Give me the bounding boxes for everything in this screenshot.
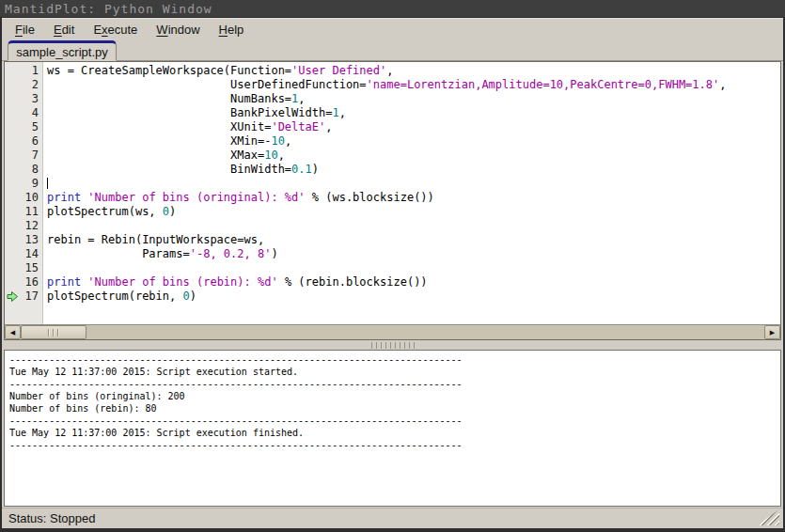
- output-panel[interactable]: ----------------------------------------…: [4, 350, 781, 507]
- menu-file[interactable]: File: [13, 21, 37, 39]
- code-line[interactable]: [47, 177, 780, 191]
- line-number: 2: [5, 78, 39, 92]
- code-line[interactable]: print 'Number of bins (rebin): %d' % (re…: [47, 275, 780, 289]
- code-line[interactable]: [47, 261, 780, 275]
- output-line: Tue May 12 11:37:00 2015: Script executi…: [9, 366, 780, 378]
- panel-splitter[interactable]: [2, 340, 783, 350]
- resize-grip-icon[interactable]: [757, 509, 779, 525]
- tab-label: sample_script.py: [16, 45, 108, 59]
- scrollbar-thumb[interactable]: [21, 325, 86, 339]
- code-line[interactable]: UserDefinedFunction='name=Lorentzian,Amp…: [47, 78, 780, 92]
- line-number: 15: [5, 261, 39, 275]
- window-title: MantidPlot: Python Window: [5, 2, 212, 16]
- output-line: ----------------------------------------…: [9, 415, 780, 427]
- splitter-grip-icon: [371, 342, 415, 349]
- script-editor: 1234567891011121314151617 ws = CreateSam…: [4, 61, 781, 340]
- line-number: 13: [5, 233, 39, 247]
- editor-gutter: 1234567891011121314151617: [5, 62, 43, 324]
- code-line[interactable]: XUnit='DeltaE',: [47, 120, 780, 134]
- menu-help[interactable]: Help: [217, 21, 246, 39]
- code-line[interactable]: rebin = Rebin(InputWorkspace=ws,: [47, 233, 780, 247]
- code-line[interactable]: XMin=-10,: [47, 134, 780, 149]
- window-body: FileEditExecuteWindowHelp sample_script.…: [2, 18, 783, 528]
- line-number: 4: [5, 106, 39, 120]
- status-bar: Status: Stopped: [2, 508, 783, 528]
- menu-bar: FileEditExecuteWindowHelp: [2, 18, 783, 40]
- line-number: 9: [5, 177, 39, 191]
- line-number: 11: [5, 205, 39, 219]
- code-line[interactable]: NumBanks=1,: [47, 92, 780, 106]
- code-line[interactable]: plotSpectrum(ws, 0): [47, 205, 780, 219]
- scroll-left-icon: ◀: [10, 329, 15, 336]
- line-number: 6: [5, 134, 39, 149]
- output-line: ----------------------------------------…: [9, 378, 780, 390]
- line-number: 8: [5, 163, 39, 177]
- line-number: 1: [5, 64, 39, 78]
- line-number: 3: [5, 92, 39, 106]
- output-line: ----------------------------------------…: [9, 353, 780, 366]
- line-number: 16: [5, 275, 39, 289]
- python-window: MantidPlot: Python Window FileEditExecut…: [0, 0, 785, 532]
- scroll-right-button[interactable]: ▶: [764, 325, 780, 339]
- code-line[interactable]: plotSpectrum(rebin, 0): [47, 289, 780, 304]
- window-titlebar[interactable]: MantidPlot: Python Window: [0, 0, 785, 18]
- output-line: Number of bins (rebin): 80: [9, 402, 780, 415]
- menu-window[interactable]: Window: [154, 21, 201, 39]
- output-log: ----------------------------------------…: [5, 351, 780, 451]
- output-line: ----------------------------------------…: [9, 439, 780, 451]
- tab-sample-script[interactable]: sample_script.py: [8, 40, 117, 61]
- scroll-right-icon: ▶: [770, 329, 775, 336]
- output-line: Number of bins (oringinal): 200: [9, 390, 780, 402]
- code-line[interactable]: Params='-8, 0.2, 8'): [47, 247, 780, 261]
- code-line[interactable]: XMax=10,: [47, 149, 780, 163]
- tab-bar: sample_script.py: [2, 40, 783, 61]
- code-lines[interactable]: ws = CreateSampleWorkspace(Function='Use…: [44, 62, 780, 324]
- horizontal-scrollbar[interactable]: ◀ ▶: [5, 324, 780, 339]
- execution-pointer-icon: [7, 290, 19, 303]
- code-line[interactable]: BinWidth=0.1): [47, 163, 780, 177]
- code-line[interactable]: print 'Number of bins (oringinal): %d' %…: [47, 191, 780, 205]
- status-text: Status: Stopped: [8, 511, 96, 525]
- line-number: 7: [5, 149, 39, 163]
- code-line[interactable]: [47, 219, 780, 233]
- scroll-left-button[interactable]: ◀: [5, 325, 21, 339]
- menu-execute[interactable]: Execute: [91, 21, 139, 39]
- line-number: 10: [5, 191, 39, 205]
- line-number: 14: [5, 247, 39, 261]
- scrollbar-grip-icon: [48, 329, 60, 336]
- output-line: Tue May 12 11:37:00 2015: Script executi…: [9, 427, 780, 439]
- code-line[interactable]: ws = CreateSampleWorkspace(Function='Use…: [47, 64, 780, 78]
- menu-edit[interactable]: Edit: [52, 21, 76, 39]
- line-number: 12: [5, 219, 39, 233]
- gutter-numbers: 1234567891011121314151617: [5, 62, 42, 304]
- code-line[interactable]: BankPixelWidth=1,: [47, 106, 780, 120]
- line-number: 5: [5, 120, 39, 134]
